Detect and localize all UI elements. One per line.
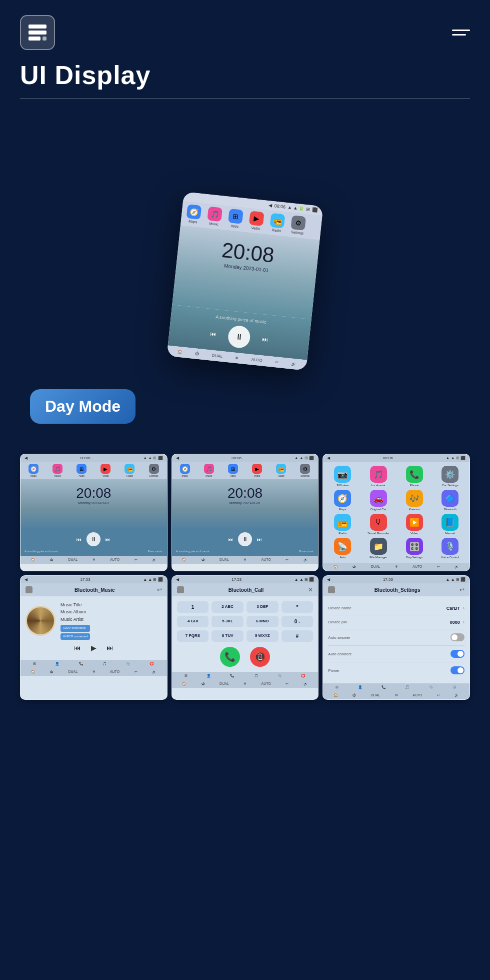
nav-apps[interactable]: ⊞ Apps xyxy=(228,209,244,229)
sc6-back-btn[interactable]: ↩ xyxy=(460,586,464,593)
app-carsettings[interactable]: ⚙️ Car Settings xyxy=(434,466,466,487)
sc4-home-icon[interactable] xyxy=(26,586,32,593)
app-originalcar[interactable]: 🚗 Original Car xyxy=(362,490,395,511)
key-9[interactable]: 9 WXYZ xyxy=(246,630,278,642)
accept-call-button[interactable]: 📞 xyxy=(220,647,240,667)
app-avin[interactable]: 📡 Avin xyxy=(326,538,359,559)
nav-music[interactable]: 🎵 Music xyxy=(206,207,222,227)
sc6-settings2[interactable]: ⚙️ xyxy=(452,685,457,689)
sc6-home2[interactable]: 🏠 xyxy=(334,693,338,697)
sc2-nav-apps[interactable]: ⊞ Apps xyxy=(228,464,238,477)
key-1[interactable]: 1 xyxy=(177,601,209,613)
app-localmusic[interactable]: 🎵 Localmusic xyxy=(362,466,395,487)
key-hash[interactable]: # xyxy=(282,630,314,642)
sc1-next[interactable]: ⏭ xyxy=(106,537,110,542)
sc3-vol[interactable]: 🔊 xyxy=(454,565,459,569)
app-voicecontrol[interactable]: 🎙️ Voice Control xyxy=(434,538,466,559)
sc2-nav-maps[interactable]: 🧭 Maps xyxy=(180,464,190,477)
key-0dash[interactable]: 0 - xyxy=(282,616,314,627)
sc4-vol[interactable]: 🔊 xyxy=(152,670,156,674)
sc2-play[interactable]: ⏸ xyxy=(238,532,252,546)
sc1-power[interactable]: ⏻ xyxy=(50,558,54,562)
sc3-home[interactable]: 🏠 xyxy=(334,565,338,569)
bt-prev[interactable]: ⏮ xyxy=(74,644,81,652)
prev-button[interactable]: ⏮ xyxy=(206,327,221,342)
sc2-nav-radio[interactable]: 📻 Radio xyxy=(276,464,286,477)
sc5-music2[interactable]: 🎵 xyxy=(254,674,258,678)
key-7[interactable]: 7 PQRS xyxy=(177,630,209,642)
key-2[interactable]: 2 ABC xyxy=(212,601,244,613)
sc6-grid[interactable]: ⊞ xyxy=(336,685,338,689)
sc1-nav-apps[interactable]: ⊞ Apps xyxy=(76,464,86,477)
sc2-vol[interactable]: 🔊 xyxy=(304,558,308,562)
key-4[interactable]: 4 GHI xyxy=(177,616,209,627)
volume-icon[interactable]: 🔊 xyxy=(291,362,296,367)
sc5-home2[interactable]: 🏠 xyxy=(182,682,186,686)
sc6-music[interactable]: 🎵 xyxy=(405,685,410,689)
devicename-arrow[interactable]: › xyxy=(463,605,464,611)
sc4-music2[interactable]: 🎵 xyxy=(102,662,107,666)
sc5-phone2[interactable]: 📞 xyxy=(230,674,234,678)
power-toggle[interactable] xyxy=(450,666,464,674)
sc1-home[interactable]: 🏠 xyxy=(31,558,36,562)
app-filemanager[interactable]: 📁 File Manager xyxy=(362,538,395,559)
bt-play[interactable]: ▶ xyxy=(91,644,96,652)
app-dispsettings[interactable]: 🎛️ DispSettings xyxy=(398,538,431,559)
sc4-home2[interactable]: 🏠 xyxy=(31,670,36,674)
sc4-power[interactable]: ⏻ xyxy=(50,670,54,674)
sc6-power[interactable]: ⏻ xyxy=(352,693,356,697)
sc1-vol[interactable]: 🔊 xyxy=(152,558,156,562)
sc5-close[interactable]: ✕ xyxy=(308,586,313,593)
autoanswer-toggle[interactable] xyxy=(450,633,464,641)
sc1-nav-settings[interactable]: ⚙ Settings xyxy=(149,464,159,477)
sc4-grid[interactable]: ⊞ xyxy=(33,662,36,666)
sc5-grid[interactable]: ⊞ xyxy=(184,674,188,678)
sc1-nav-vedio[interactable]: ▶ Vedio xyxy=(100,464,110,477)
app-soundrecorder[interactable]: 🎙 Sound Recorder xyxy=(362,514,395,535)
nav-radio[interactable]: 📻 Radio xyxy=(270,213,286,233)
sc1-nav-music[interactable]: 🎵 Music xyxy=(52,464,62,477)
nav-settings[interactable]: ⚙ Settings xyxy=(290,215,306,235)
sc3-power[interactable]: ⏻ xyxy=(352,565,356,569)
sc1-play[interactable]: ⏸ xyxy=(86,532,100,546)
key-8[interactable]: 8 TUV xyxy=(212,630,244,642)
sc2-next[interactable]: ⏭ xyxy=(257,537,262,542)
key-3[interactable]: 3 DEF xyxy=(246,601,278,613)
devicepin-arrow[interactable]: › xyxy=(463,619,464,625)
app-bluetooth[interactable]: 🔷 Bluetooth xyxy=(434,490,466,511)
key-5[interactable]: 5 JKL xyxy=(212,616,244,627)
sc6-phone[interactable]: 📞 xyxy=(382,685,386,689)
key-star[interactable]: * xyxy=(282,601,314,613)
sc1-nav-maps[interactable]: 🧭 Maps xyxy=(28,464,38,477)
sc4-phone[interactable]: 📞 xyxy=(79,662,84,666)
sc5-power[interactable]: ⏻ xyxy=(202,682,205,686)
app-manual[interactable]: 📘 Manual xyxy=(434,514,466,535)
sc1-prev[interactable]: ⏮ xyxy=(76,537,82,542)
sc2-power[interactable]: ⏻ xyxy=(202,558,205,562)
sc6-vol[interactable]: 🔊 xyxy=(454,693,459,697)
app-phone[interactable]: 📞 Phone xyxy=(398,466,431,487)
sc5-home-icon[interactable] xyxy=(177,586,184,593)
autoconnect-toggle[interactable] xyxy=(450,650,464,658)
sc2-nav-settings[interactable]: ⚙ Settings xyxy=(300,464,310,477)
app-kuwooo[interactable]: 🎶 Kuwooo xyxy=(398,490,431,511)
key-6[interactable]: 6 MNO xyxy=(246,616,278,627)
play-pause-button[interactable]: ⏸ xyxy=(227,325,251,349)
sc4-back-btn[interactable]: ↩ xyxy=(157,586,162,593)
reject-call-button[interactable]: 📵 xyxy=(250,647,270,667)
next-button[interactable]: ⏭ xyxy=(258,332,273,347)
power-icon[interactable]: ⏻ xyxy=(195,351,200,356)
sc5-vol[interactable]: 🔊 xyxy=(304,682,308,686)
sc2-nav-vedio[interactable]: ▶ Vedio xyxy=(252,464,262,477)
sc2-prev[interactable]: ⏮ xyxy=(228,537,233,542)
sc2-nav-music[interactable]: 🎵 Music xyxy=(204,464,214,477)
sc6-home-icon[interactable] xyxy=(328,586,335,593)
nav-vedio[interactable]: ▶ Vedio xyxy=(248,211,264,231)
home-icon[interactable]: 🏠 xyxy=(178,350,183,355)
app-video[interactable]: ▶️ Video xyxy=(398,514,431,535)
sc1-nav-radio[interactable]: 📻 Radio xyxy=(124,464,134,477)
nav-maps[interactable]: 🧭 Maps xyxy=(186,204,202,224)
sc2-home[interactable]: 🏠 xyxy=(182,558,186,562)
bt-next[interactable]: ⏭ xyxy=(106,644,114,652)
app-360view[interactable]: 📷 360 view xyxy=(326,466,359,487)
